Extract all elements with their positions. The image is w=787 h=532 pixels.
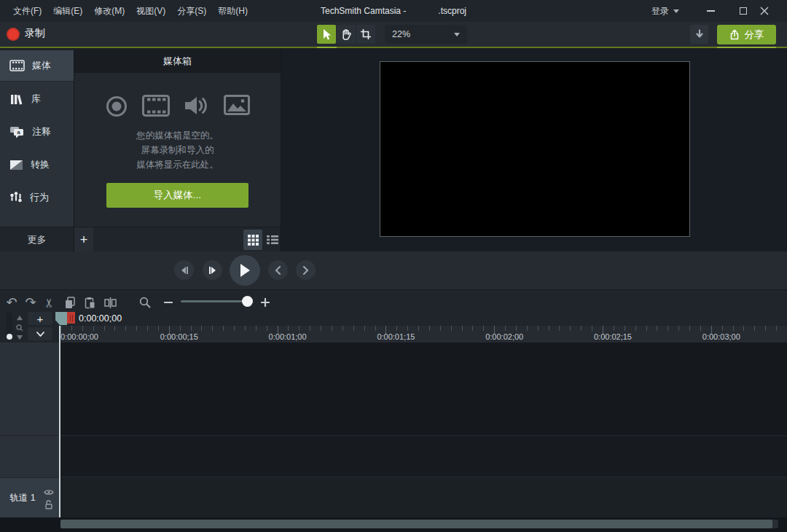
- maximize-button[interactable]: [732, 0, 754, 22]
- import-media-button[interactable]: 导入媒体...: [106, 183, 248, 208]
- split-button[interactable]: [101, 293, 120, 312]
- ruler-tick: [104, 326, 105, 331]
- step-forward-icon: [208, 266, 217, 275]
- zoom-in-button[interactable]: [256, 293, 275, 312]
- ruler-tick: [559, 326, 560, 331]
- ruler-tick: [71, 326, 72, 331]
- cut-button[interactable]: ✂: [40, 293, 59, 312]
- paste-icon: [85, 297, 95, 309]
- plus-icon: [261, 298, 270, 307]
- sidebar-item-behaviors[interactable]: 行为: [0, 181, 74, 214]
- canvas-zoom-select[interactable]: 22%: [385, 25, 467, 44]
- add-media-button[interactable]: +: [74, 227, 93, 252]
- ruler-tick: [82, 326, 83, 331]
- zoom-out-button[interactable]: [159, 293, 178, 312]
- cursor-tool-button[interactable]: [317, 25, 336, 44]
- undo-button[interactable]: ↶: [2, 293, 21, 312]
- ruler-tick: [114, 326, 115, 331]
- menu-item-5[interactable]: 分享(S): [177, 5, 206, 17]
- ruler-tick: [234, 326, 235, 331]
- media-bin-title: 媒体箱: [74, 50, 281, 73]
- play-button[interactable]: [230, 255, 260, 286]
- share-label: 分享: [745, 28, 764, 42]
- menu-bar-row: 文件(F)编辑(E)修改(M)视图(V)分享(S)帮助(H) TechSmith…: [0, 0, 787, 22]
- ruler-tick: [733, 326, 734, 331]
- menu-item-2[interactable]: 编辑(E): [53, 5, 82, 17]
- track-height-slider-thumb[interactable]: [7, 334, 12, 340]
- zoom-chevron-icon: [454, 33, 460, 36]
- track-1-lane[interactable]: [59, 478, 787, 517]
- sidebar-item-media[interactable]: 媒体: [0, 50, 74, 82]
- login-menu[interactable]: 登录: [651, 0, 679, 22]
- track-lane-empty-upper[interactable]: [59, 343, 787, 436]
- minimize-button[interactable]: [700, 0, 721, 22]
- redo-button[interactable]: ↷: [21, 293, 40, 312]
- scissors-icon: ✂: [43, 297, 57, 307]
- ruler-label: 0:00:01;00: [269, 332, 307, 341]
- menu-bar: 文件(F)编辑(E)修改(M)视图(V)分享(S)帮助(H): [13, 0, 248, 22]
- ruler-tick: [321, 326, 321, 331]
- minimize-icon: [707, 10, 715, 12]
- sidebar-item-transitions[interactable]: 转换: [0, 149, 74, 181]
- track-lane-empty[interactable]: [59, 437, 787, 477]
- previous-frame-icon: [180, 266, 189, 275]
- close-button[interactable]: [753, 0, 775, 22]
- ruler-tick: [180, 326, 181, 331]
- playhead-out-flag[interactable]: [67, 312, 75, 324]
- sidebar-item-label: 库: [31, 93, 41, 106]
- ruler-tick: [223, 326, 224, 331]
- crop-tool-button[interactable]: [356, 25, 375, 44]
- track-options-button[interactable]: [28, 327, 52, 340]
- minus-icon: [164, 298, 173, 307]
- step-forward-button[interactable]: [203, 260, 222, 280]
- list-view-button[interactable]: [263, 230, 282, 250]
- playhead-line[interactable]: [59, 326, 60, 517]
- menu-item-1[interactable]: 文件(F): [13, 5, 42, 17]
- ruler-tick: [158, 326, 159, 331]
- preview-canvas[interactable]: [380, 61, 690, 237]
- record-icon: [7, 28, 20, 41]
- ruler-tick: [201, 326, 202, 331]
- sidebar-item-label: 媒体: [32, 59, 51, 72]
- sidebar-more-button[interactable]: 更多: [0, 227, 74, 252]
- previous-frame-button[interactable]: [174, 260, 194, 280]
- camtasia-window: 文件(F)编辑(E)修改(M)视图(V)分享(S)帮助(H) TechSmith…: [0, 0, 787, 532]
- empty-line-3: 媒体将显示在此处。: [74, 157, 281, 172]
- timeline-ruler[interactable]: 0:00:00;000:00:00;150:00:01;000:00:01;15…: [59, 326, 787, 343]
- menu-item-4[interactable]: 视图(V): [136, 5, 165, 17]
- arrow-down-icon[interactable]: [17, 335, 23, 340]
- ruler-tick: [310, 326, 310, 331]
- menu-item-3[interactable]: 修改(M): [94, 5, 125, 17]
- ruler-label: 0:00:02;00: [485, 332, 523, 341]
- download-button[interactable]: [690, 25, 708, 44]
- ruler-tick: [570, 326, 571, 331]
- ruler-tick: [451, 326, 452, 331]
- track-gutter: [0, 343, 59, 478]
- title-project: .tscproj: [438, 6, 466, 16]
- track-lock-toggle[interactable]: [44, 499, 53, 512]
- ruler-tick: [472, 326, 473, 331]
- playhead-time-label: 0:00:00;00: [79, 313, 122, 324]
- chevron-left-icon: [275, 266, 281, 275]
- sidebar-item-annotations[interactable]: a 注释: [0, 116, 74, 148]
- grid-view-button[interactable]: [243, 230, 262, 250]
- timeline-zoom-thumb[interactable]: [242, 296, 253, 307]
- copy-button[interactable]: [60, 293, 79, 312]
- share-button[interactable]: 分享: [717, 25, 776, 44]
- timeline-zoom-button[interactable]: [136, 293, 154, 312]
- paste-button[interactable]: [80, 293, 99, 312]
- ruler-tick: [440, 326, 441, 331]
- track-visibility-toggle[interactable]: [44, 485, 54, 498]
- sidebar-item-library[interactable]: 库: [0, 83, 74, 115]
- ruler-tick: [516, 326, 517, 331]
- arrow-up-icon[interactable]: [17, 316, 23, 321]
- pan-tool-button[interactable]: [337, 25, 356, 44]
- horizontal-scrollbar-thumb[interactable]: [60, 520, 772, 528]
- next-clip-button[interactable]: [296, 260, 316, 280]
- download-icon: [694, 28, 705, 40]
- image-icon: [224, 95, 250, 115]
- record-button[interactable]: 录制: [0, 22, 87, 47]
- previous-clip-button[interactable]: [268, 260, 288, 280]
- menu-item-6[interactable]: 帮助(H): [218, 5, 248, 17]
- add-track-button[interactable]: +: [28, 312, 52, 325]
